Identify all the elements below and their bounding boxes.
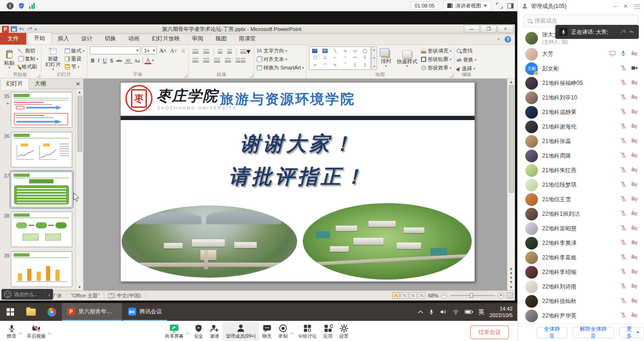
toolbar-cam-off-dark-button[interactable]: 开启视频 [23,322,49,341]
zoom-slider[interactable] [450,295,495,296]
chevron-up-icon[interactable] [18,328,23,337]
slide-thumbnail[interactable] [11,251,72,287]
new-slide-button[interactable]: 新建 幻灯片▾ [44,46,63,72]
close-panel-icon[interactable]: ✕ [76,81,80,87]
camera-off-icon[interactable] [630,196,638,204]
slide-thumbnail-row[interactable]: 36 [1,132,76,167]
ppt-title-bar[interactable]: P ▾ 第六期青年学者学术论坛-丁芳.pptx - Microsoft Powe… [0,24,515,34]
mic-off-icon[interactable] [620,253,627,262]
shadow-button[interactable]: S [109,58,114,63]
participant-row[interactable]: 22地科1班刘洁 [518,207,644,221]
toolbar-mic-button[interactable]: 静音 [4,322,20,341]
justify-icon[interactable] [223,58,232,63]
toolbar-chat-button[interactable]: 聊天 [259,322,275,341]
numbering-icon[interactable] [202,49,211,54]
shrink-font-button[interactable]: A˅ [169,48,178,53]
ribbon-tab[interactable]: 插入 [52,33,75,45]
toolbar-invite-button[interactable]: 邀请 [207,322,222,341]
cut-button[interactable]: 剪切 [18,47,38,54]
camera-off-icon[interactable] [630,225,638,233]
camera-off-icon[interactable] [630,137,638,146]
presenter-view-button[interactable]: 演讲者视图 [443,1,491,11]
zoom-slider-thumb[interactable] [470,293,473,298]
reading-view-button[interactable] [409,292,417,299]
camera-off-icon[interactable] [630,152,638,160]
participant-row[interactable]: 21地信王雪 [518,192,644,207]
shape-gallery[interactable]: ╲↘▭◯ ▢△⌐¬⇨⇩ ▱◠∿⌒{} [309,46,371,70]
line-spacing-icon[interactable]: ▾ [239,46,252,56]
ribbon-tab[interactable]: 幻灯片放映 [146,33,186,45]
camera-off-icon[interactable] [630,123,638,131]
columns-icon[interactable] [234,58,247,63]
next-slide-icon[interactable]: ▼▼ [509,276,513,284]
ribbon-tab[interactable]: 开始 [27,32,52,45]
ribbon-tab[interactable]: 视图 [209,33,233,45]
help-icon[interactable]: ? [505,36,511,43]
mic-off-icon[interactable] [620,282,627,291]
font-dialog-launcher[interactable] [184,74,187,77]
chevron-up-icon[interactable] [185,328,190,337]
text-direction-button[interactable]: ‖A文字方向▾ [257,47,304,54]
mic-off-icon[interactable] [620,210,627,219]
mic-off-icon[interactable] [620,224,627,233]
side-panel-icon[interactable] [507,3,514,8]
layout-button[interactable]: 版式▾ [65,47,85,54]
section-button[interactable]: 节▾ [65,63,85,70]
start-button[interactable] [0,303,21,321]
mic-on-icon[interactable] [620,50,627,59]
normal-view-button[interactable] [392,292,400,299]
camera-off-icon[interactable] [630,312,638,320]
ribbon-tab[interactable]: 雨课堂 [233,33,262,45]
bold-button[interactable]: B [90,58,96,63]
minimize-ribbon-icon[interactable]: ˄ [498,37,500,42]
end-meeting-button[interactable]: 结束会议 [470,326,509,339]
participant-row[interactable]: 22地科李昊泽 [518,236,644,250]
participant-row[interactable]: 21地科温静茉 [518,105,644,120]
chat-bubble-overlay[interactable]: 说点什么... ‹ [1,289,53,300]
close-button[interactable]: × [498,25,514,33]
participant-row[interactable]: 22地科李嘉懿 [518,250,644,265]
mic-off-icon[interactable] [620,152,627,160]
more-button[interactable]: 更多 [619,327,644,338]
scroll-thumb[interactable] [77,96,82,152]
underline-button[interactable]: U [102,58,108,63]
participant-row[interactable]: 21地信段梦琪 [518,178,644,192]
smartart-button[interactable]: 转换为 SmartArt▾ [257,64,304,71]
change-case-button[interactable]: Aa [133,58,141,63]
participant-row[interactable]: 21地科朱红燕 [518,163,644,178]
slide[interactable]: 枣 枣庄学院 ZAOZHUANG UNIVERSITY 旅游与资源环境学院 谢谢… [120,82,475,282]
signal-icon[interactable] [29,3,35,9]
copy-button[interactable]: 复制▾ [18,55,38,62]
tab-slides[interactable]: 幻灯片 [0,78,29,90]
participant-row[interactable]: 22地科雷昭慧 [518,221,644,236]
mic-off-icon[interactable] [620,93,627,102]
participant-row[interactable]: 21地科谢海伦 [518,120,644,134]
slide-thumbnail-row[interactable]: 38 [1,212,76,247]
shield-icon[interactable] [18,2,25,9]
tray-battery-icon[interactable] [465,309,473,315]
ribbon-tab[interactable]: 文件 [0,33,26,45]
clock[interactable]: 14:422022/10/5 [490,305,513,319]
scroll-down-icon[interactable]: ▼ [78,285,82,289]
toolbar-breakout-button[interactable]: 分组讨论 [295,322,320,341]
shape-gallery-scroll[interactable]: ▴▾▾ [371,46,377,70]
drawing-dialog-launcher[interactable] [450,74,453,77]
mic-off-icon[interactable] [620,108,627,117]
camera-off-icon[interactable] [630,210,638,219]
mic-off-icon[interactable] [620,137,627,146]
clipboard-dialog-launcher[interactable] [37,74,40,77]
strikethrough-button[interactable]: abc [115,58,123,63]
previous-slide-icon[interactable]: ▲▲ [509,266,513,275]
format-painter-button[interactable]: 格式刷 [18,63,38,70]
tray-expand-icon[interactable] [418,310,423,314]
decrease-indent-icon[interactable] [216,49,224,54]
slide-thumbnail-row[interactable]: 37 [1,172,76,207]
italic-button[interactable]: I [97,58,101,63]
menu-icon[interactable] [634,4,640,8]
mic-off-icon[interactable] [620,64,627,73]
slide-canvas[interactable]: 枣 枣庄学院 ZAOZHUANG UNIVERSITY 旅游与资源环境学院 谢谢… [84,79,507,290]
scroll-up-icon[interactable]: ▲ [78,90,82,94]
browser-icon[interactable] [41,303,62,321]
grow-font-button[interactable]: A˄ [158,48,168,53]
mic-off-icon[interactable] [620,297,627,306]
